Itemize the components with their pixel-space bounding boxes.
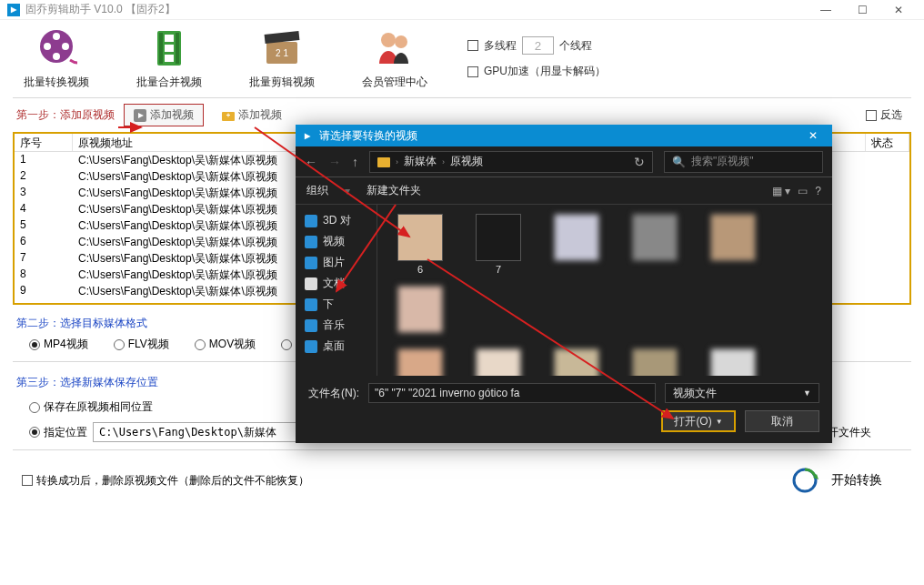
svg-rect-20 <box>228 113 229 116</box>
gpu-label: GPU加速（用显卡解码） <box>484 64 606 79</box>
svg-rect-12 <box>265 31 300 44</box>
cancel-button[interactable]: 取消 <box>745 410 819 432</box>
format-mp4[interactable]: MP4视频 <box>29 337 88 352</box>
filename-label: 文件名(N): <box>308 386 359 401</box>
file-item[interactable]: 6 <box>385 214 456 275</box>
thread-count-input[interactable] <box>522 36 554 55</box>
step1-label: 第一步：添加原视频 <box>16 107 115 123</box>
delete-after-label: 转换成功后，删除原视频文件（删除后的文件不能恢复） <box>36 473 309 489</box>
col-index[interactable]: 序号 <box>15 134 73 151</box>
radio-icon <box>29 427 40 438</box>
save-same-location[interactable]: 保存在原视频相同位置 <box>29 399 153 415</box>
folder-plus-icon <box>222 109 235 122</box>
svg-rect-8 <box>165 35 174 42</box>
file-open-dialog: ▶ 请选择要转换的视频 ✕ ← → ↑ › 新媒体 › 原视频 ↻ 🔍 搜索"原… <box>296 125 832 443</box>
svg-rect-10 <box>165 55 174 62</box>
file-item[interactable] <box>619 348 690 376</box>
delete-after-checkbox[interactable] <box>22 475 33 486</box>
svg-rect-26 <box>377 157 390 167</box>
main-toolbar: 批量转换视频 批量合并视频 2 1 批量剪辑视频 会员管理中心 多线程 个线程 … <box>0 20 924 94</box>
open-button[interactable]: 打开(O)▼ <box>661 410 736 432</box>
file-item[interactable]: 7 <box>463 214 534 275</box>
file-item[interactable] <box>541 214 612 275</box>
tool-member-center[interactable]: 会员管理中心 <box>355 25 435 90</box>
clapper-icon: 2 1 <box>259 25 305 71</box>
file-item[interactable] <box>698 214 768 275</box>
preview-pane-button[interactable]: ▭ <box>798 185 808 197</box>
search-input[interactable]: 🔍 搜索"原视频" <box>664 151 823 173</box>
radio-icon <box>281 339 292 350</box>
start-convert-button[interactable]: 开始转换 <box>831 472 882 489</box>
nav-forward-button[interactable]: → <box>328 155 341 169</box>
breadcrumb[interactable]: › 新媒体 › 原视频 ↻ <box>369 151 653 173</box>
file-item[interactable] <box>698 348 768 376</box>
folder-icon <box>377 156 390 168</box>
close-button[interactable]: ✕ <box>880 0 917 20</box>
svg-text:2 1: 2 1 <box>276 48 288 58</box>
people-icon <box>372 25 417 71</box>
sidebar-item[interactable]: 桌面 <box>296 336 377 357</box>
maximize-button[interactable]: ☐ <box>844 0 880 20</box>
organize-menu[interactable]: 组织 <box>306 183 328 198</box>
app-icon: ▶ <box>7 4 20 16</box>
radio-icon <box>114 339 125 350</box>
multithread-checkbox[interactable] <box>467 40 478 51</box>
add-video-label: 添加视频 <box>150 107 194 123</box>
sidebar-item[interactable]: 3D 对 <box>296 210 377 231</box>
sidebar-item[interactable]: 文档 <box>296 273 377 294</box>
sidebar-item[interactable]: 下 <box>296 294 377 315</box>
view-options-button[interactable]: ▦ ▾ <box>772 185 790 197</box>
col-state[interactable]: 状态 <box>866 134 909 151</box>
tool-label: 批量剪辑视频 <box>249 75 315 90</box>
refresh-icon[interactable]: ↻ <box>634 155 645 169</box>
help-button[interactable]: ? <box>815 185 821 197</box>
gpu-checkbox[interactable] <box>467 66 478 77</box>
format-flv[interactable]: FLV视频 <box>114 337 169 352</box>
tool-batch-merge[interactable]: 批量合并视频 <box>129 25 209 90</box>
window-title: 固乔剪辑助手 V10.0 【固乔2】 <box>25 2 176 17</box>
multithread-label: 多线程 <box>484 38 517 54</box>
radio-icon <box>195 339 206 350</box>
svg-point-15 <box>395 35 407 48</box>
dialog-close-button[interactable]: ✕ <box>799 129 827 142</box>
convert-icon <box>791 467 819 494</box>
filename-input[interactable] <box>368 383 656 403</box>
dialog-title: 请选择要转换的视频 <box>319 128 417 144</box>
tool-batch-edit[interactable]: 2 1 批量剪辑视频 <box>242 25 322 90</box>
radio-icon <box>29 339 40 350</box>
nav-back-button[interactable]: ← <box>305 155 317 169</box>
svg-rect-7 <box>176 33 179 64</box>
format-mov[interactable]: MOV视频 <box>195 337 256 352</box>
tool-label: 批量转换视频 <box>24 75 89 90</box>
thread-suffix: 个线程 <box>559 38 592 54</box>
radio-icon <box>29 402 40 413</box>
file-item[interactable] <box>619 214 690 275</box>
sidebar-item[interactable]: 视频 <box>296 231 377 252</box>
file-item[interactable] <box>463 348 534 376</box>
add-folder-button[interactable]: 添加视频 <box>213 105 291 126</box>
nav-up-button[interactable]: ↑ <box>352 155 358 169</box>
file-item[interactable] <box>385 286 456 336</box>
invert-select-label: 反选 <box>880 107 902 123</box>
tool-label: 批量合并视频 <box>136 75 202 90</box>
svg-point-2 <box>44 43 51 50</box>
invert-select-checkbox[interactable] <box>866 110 877 121</box>
minimize-button[interactable]: — <box>808 0 844 20</box>
file-list[interactable]: 67 <box>377 205 832 376</box>
add-folder-label: 添加视频 <box>238 107 282 123</box>
app-icon: ▶ <box>301 129 314 142</box>
film-strip-icon <box>146 25 192 71</box>
svg-point-3 <box>62 43 69 50</box>
tool-batch-convert[interactable]: 批量转换视频 <box>16 25 96 90</box>
file-item[interactable] <box>541 348 612 376</box>
file-item[interactable] <box>385 348 456 376</box>
window-titlebar: ▶ 固乔剪辑助手 V10.0 【固乔2】 — ☐ ✕ <box>0 0 924 20</box>
tool-label: 会员管理中心 <box>362 75 427 90</box>
sidebar-item[interactable]: 音乐 <box>296 315 377 336</box>
video-file-icon <box>134 109 146 122</box>
file-filter-select[interactable]: 视频文件 ▼ <box>665 383 819 403</box>
add-video-button[interactable]: 添加视频 <box>124 104 204 126</box>
save-custom-location[interactable]: 指定位置 <box>29 425 87 440</box>
new-folder-button[interactable]: 新建文件夹 <box>367 183 421 198</box>
sidebar-item[interactable]: 图片 <box>296 252 377 273</box>
